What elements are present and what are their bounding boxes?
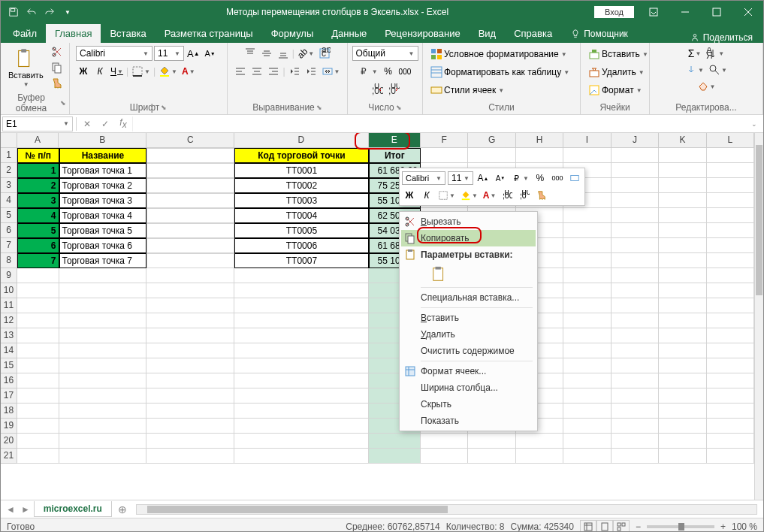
- cell[interactable]: [707, 298, 754, 313]
- cell[interactable]: [146, 358, 234, 373]
- row-header-8[interactable]: 8: [1, 253, 17, 268]
- cell[interactable]: [612, 358, 659, 373]
- row-header-20[interactable]: 20: [1, 434, 17, 449]
- tab-formulas[interactable]: Формулы: [262, 24, 323, 43]
- cell[interactable]: [17, 358, 59, 373]
- cell[interactable]: [659, 328, 706, 343]
- expand-formula-bar-icon[interactable]: ⌄: [745, 116, 763, 131]
- cell[interactable]: [707, 434, 754, 449]
- cell[interactable]: [659, 313, 706, 328]
- cell[interactable]: [612, 343, 659, 358]
- row-header-12[interactable]: 12: [1, 313, 17, 328]
- cell[interactable]: [146, 298, 234, 313]
- mt-dec-decimal-icon[interactable]: ,00,0: [517, 188, 532, 203]
- cell[interactable]: [612, 283, 659, 298]
- cell[interactable]: [612, 238, 659, 253]
- cell[interactable]: [659, 283, 706, 298]
- cell[interactable]: [234, 343, 368, 358]
- cell[interactable]: [563, 449, 611, 464]
- cell-styles-button[interactable]: Стили ячеек▼: [429, 82, 506, 98]
- minimize-button[interactable]: [670, 2, 700, 23]
- cell[interactable]: [659, 434, 706, 449]
- cell[interactable]: [234, 313, 368, 328]
- column-header-I[interactable]: I: [563, 133, 611, 148]
- tab-file[interactable]: Файл: [4, 24, 46, 43]
- cell[interactable]: [146, 148, 234, 163]
- zoom-slider[interactable]: [647, 525, 714, 528]
- ctx-copy[interactable]: Копировать: [401, 230, 536, 246]
- cell[interactable]: [612, 268, 659, 283]
- ctx-insert[interactable]: Вставить: [401, 310, 536, 326]
- mt-font-color-icon[interactable]: A▼: [482, 188, 498, 203]
- cell[interactable]: [563, 313, 611, 328]
- paste-button[interactable]: Вставить▼: [4, 47, 48, 89]
- cell[interactable]: [234, 434, 368, 449]
- column-header-D[interactable]: D: [234, 133, 368, 148]
- cell[interactable]: ТТ0004: [234, 208, 368, 223]
- add-sheet-icon[interactable]: ⊕: [113, 503, 131, 515]
- cell[interactable]: [17, 373, 59, 388]
- cell[interactable]: [707, 208, 754, 223]
- cell[interactable]: [234, 388, 368, 404]
- ctx-format-cells[interactable]: Формат ячеек...: [401, 363, 536, 379]
- cell[interactable]: [563, 434, 611, 449]
- cell[interactable]: [59, 328, 147, 343]
- column-header-K[interactable]: K: [659, 133, 706, 148]
- ctx-delete[interactable]: Удалить: [401, 326, 536, 343]
- cell[interactable]: [707, 268, 754, 283]
- cell[interactable]: [516, 449, 563, 464]
- cell[interactable]: [612, 253, 659, 268]
- decrease-font-icon[interactable]: A▼: [203, 46, 218, 61]
- format-cells-button[interactable]: Формат▼: [587, 82, 644, 98]
- qat-customize-icon[interactable]: ▼: [59, 4, 76, 20]
- cell[interactable]: [146, 238, 234, 253]
- page-break-view-icon[interactable]: [613, 520, 630, 533]
- mt-currency-icon[interactable]: ₽▼: [510, 171, 530, 186]
- cell[interactable]: [659, 298, 706, 313]
- row-header-9[interactable]: 9: [1, 268, 17, 283]
- ctx-show[interactable]: Показать: [401, 413, 536, 429]
- cell[interactable]: [563, 268, 611, 283]
- column-header-G[interactable]: G: [468, 133, 515, 148]
- cell[interactable]: Торговая точка 3: [59, 193, 147, 208]
- cell[interactable]: № п/п: [17, 148, 59, 163]
- column-header-C[interactable]: C: [146, 133, 234, 148]
- cell[interactable]: [369, 449, 421, 464]
- clipboard-launcher-icon[interactable]: ⬊: [60, 99, 66, 107]
- cell[interactable]: [369, 434, 421, 449]
- cell[interactable]: [468, 449, 515, 464]
- insert-function-icon[interactable]: fx: [114, 116, 132, 131]
- font-size-combo[interactable]: 11▼: [154, 46, 184, 61]
- ctx-column-width[interactable]: Ширина столбца...: [401, 379, 536, 396]
- row-header-13[interactable]: 13: [1, 328, 17, 343]
- sheet-nav-prev-icon[interactable]: ◄: [4, 504, 17, 515]
- cell[interactable]: [612, 193, 659, 208]
- cell[interactable]: Торговая точка 6: [59, 238, 147, 253]
- cell[interactable]: [17, 388, 59, 404]
- mt-increase-font-icon[interactable]: A▲: [476, 171, 491, 186]
- cell[interactable]: ТТ0006: [234, 238, 368, 253]
- cell[interactable]: [59, 449, 147, 464]
- cell[interactable]: [612, 449, 659, 464]
- name-box[interactable]: E1▼: [2, 116, 73, 131]
- row-header-11[interactable]: 11: [1, 298, 17, 313]
- cell[interactable]: [612, 298, 659, 313]
- comma-icon[interactable]: 000: [397, 64, 413, 79]
- percent-icon[interactable]: %: [381, 64, 396, 79]
- enter-formula-icon[interactable]: ✓: [96, 116, 114, 131]
- tab-insert[interactable]: Вставка: [101, 24, 155, 43]
- cell[interactable]: [563, 148, 611, 163]
- cell[interactable]: [17, 268, 59, 283]
- cell[interactable]: [707, 313, 754, 328]
- row-header-5[interactable]: 5: [1, 208, 17, 223]
- orientation-icon[interactable]: ab▼: [296, 46, 316, 61]
- cell[interactable]: ТТ0002: [234, 178, 368, 193]
- tab-help[interactable]: Справка: [505, 24, 561, 43]
- tab-page-layout[interactable]: Разметка страницы: [156, 24, 262, 43]
- column-header-A[interactable]: A: [17, 133, 59, 148]
- cell[interactable]: [707, 223, 754, 238]
- cell[interactable]: [612, 208, 659, 223]
- cell[interactable]: Торговая точка 4: [59, 208, 147, 223]
- cell[interactable]: [659, 268, 706, 283]
- mt-fill-color-icon[interactable]: ▼: [459, 188, 479, 203]
